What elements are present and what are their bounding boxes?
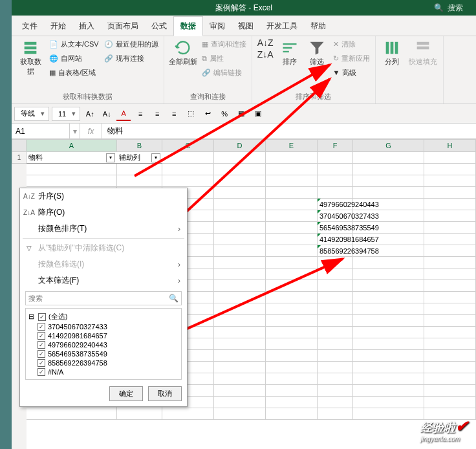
cell[interactable] (318, 257, 353, 268)
cell[interactable] (318, 164, 353, 175)
merge-button[interactable]: ⬚ (184, 107, 198, 121)
fx-button[interactable]: fx (80, 124, 102, 138)
cell[interactable] (318, 187, 353, 199)
cell[interactable] (424, 397, 476, 408)
from-csv-button[interactable]: 📄从文本/CSV (48, 38, 100, 50)
col-header-A[interactable]: A (27, 139, 117, 152)
cell[interactable] (266, 292, 318, 303)
cell[interactable] (266, 164, 318, 175)
cell[interactable] (266, 199, 318, 210)
cell[interactable] (424, 303, 476, 315)
cell[interactable] (266, 385, 318, 397)
cell[interactable] (214, 303, 266, 315)
cell[interactable] (353, 350, 424, 362)
cell[interactable] (424, 210, 476, 222)
cell[interactable] (266, 397, 318, 408)
cell[interactable] (424, 222, 476, 234)
filter-toggle-icon[interactable]: ▾ (151, 153, 160, 162)
cell[interactable] (424, 268, 476, 280)
cell[interactable] (424, 385, 476, 397)
col-header-C[interactable]: C (162, 139, 214, 152)
cell[interactable] (353, 303, 424, 315)
text-filter-item[interactable]: 文本筛选(F)› (20, 272, 187, 289)
cell[interactable] (266, 268, 318, 280)
col-header-F[interactable]: F (318, 139, 353, 152)
cell[interactable] (424, 350, 476, 362)
cell[interactable] (214, 234, 266, 245)
cell[interactable] (424, 187, 476, 199)
cell[interactable] (353, 280, 424, 292)
cell[interactable] (424, 315, 476, 327)
row-header[interactable]: 1 (12, 152, 27, 164)
wrap-button[interactable]: ↩ (200, 107, 215, 121)
col-header-D[interactable]: D (214, 139, 266, 152)
cell[interactable] (266, 187, 318, 199)
ok-button[interactable]: 确定 (109, 386, 143, 401)
cell[interactable] (318, 385, 353, 397)
cell[interactable] (318, 350, 353, 362)
cell[interactable] (266, 280, 318, 292)
fill-button[interactable]: ▣ (251, 107, 265, 121)
sort-asc-button[interactable]: A↓Z (256, 38, 275, 48)
cell[interactable] (353, 175, 424, 187)
cell[interactable] (353, 373, 424, 385)
cell[interactable]: 414920981684657 (318, 234, 353, 245)
advanced-filter-button[interactable]: ▼高级 (332, 66, 371, 79)
cell[interactable] (266, 222, 318, 234)
format-button[interactable]: % (217, 107, 232, 121)
cell[interactable] (214, 268, 266, 280)
cell[interactable] (318, 327, 353, 338)
col-header-H[interactable]: H (424, 139, 476, 152)
cell[interactable] (424, 175, 476, 187)
cell[interactable] (424, 234, 476, 245)
cell[interactable] (318, 362, 353, 373)
tab-开发工具[interactable]: 开发工具 (260, 17, 304, 36)
cell[interactable] (318, 175, 353, 187)
filter-toggle-icon[interactable]: ▾ (106, 153, 115, 162)
sort-button[interactable]: 排序 (277, 38, 302, 68)
cell[interactable] (214, 350, 266, 362)
increase-font-button[interactable]: A↑ (83, 107, 97, 121)
col-header-E[interactable]: E (266, 139, 318, 152)
align-right-button[interactable]: ≡ (167, 107, 181, 121)
cell[interactable] (27, 164, 117, 175)
filter-check-item[interactable]: ⊟✓(全选) (28, 311, 178, 322)
filter-check-item[interactable]: ✓565469538735549 (28, 349, 178, 358)
filter-check-item[interactable]: ✓#N/A (28, 367, 178, 377)
cell[interactable] (424, 199, 476, 210)
name-box[interactable]: A1 (12, 124, 70, 138)
cell[interactable] (214, 338, 266, 350)
cell[interactable] (424, 164, 476, 175)
cell[interactable] (266, 362, 318, 373)
cell[interactable] (162, 408, 214, 420)
cell[interactable] (266, 373, 318, 385)
col-header-G[interactable]: G (353, 139, 424, 152)
filter-check-item[interactable]: ✓497966029240443 (28, 340, 178, 349)
get-data-button[interactable]: 获取数 据 (16, 38, 45, 78)
cell[interactable] (117, 164, 162, 175)
font-select[interactable]: 等线▾ (14, 107, 49, 121)
text-to-cols-button[interactable]: 分列 (380, 38, 404, 68)
refresh-all-button[interactable]: 全部刷新 (168, 38, 198, 68)
cell[interactable] (162, 164, 214, 175)
cell[interactable] (214, 164, 266, 175)
cell[interactable] (318, 408, 353, 420)
cell[interactable] (27, 175, 117, 187)
filter-header[interactable]: 辅助列▾ (117, 152, 162, 164)
cell[interactable] (353, 385, 424, 397)
cell[interactable] (318, 268, 353, 280)
cell[interactable] (424, 373, 476, 385)
cell[interactable] (266, 327, 318, 338)
font-color-button[interactable]: A (116, 107, 131, 121)
existing-conn-button[interactable]: 🔗现有连接 (103, 52, 160, 65)
cell[interactable] (214, 199, 266, 210)
cell[interactable]: 497966029240443 (318, 199, 353, 210)
cell[interactable] (424, 280, 476, 292)
cell[interactable] (214, 385, 266, 397)
tab-数据[interactable]: 数据 (173, 16, 203, 36)
tab-插入[interactable]: 插入 (72, 17, 101, 36)
filter-check-item[interactable]: ✓858569226394758 (28, 358, 178, 367)
tab-文件[interactable]: 文件 (16, 17, 44, 36)
cell[interactable] (266, 303, 318, 315)
cell[interactable] (353, 397, 424, 408)
